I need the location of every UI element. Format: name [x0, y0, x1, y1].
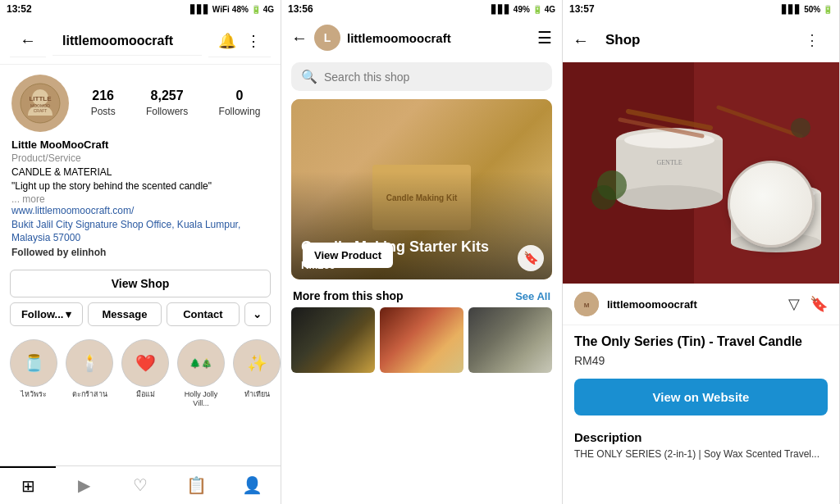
view-shop-button[interactable]: View Shop — [10, 270, 271, 297]
status-icons-1: ▋▋▋ WiFi 48% 🔋 4G — [190, 5, 274, 14]
more-options-button[interactable]: ⋮ — [795, 25, 829, 56]
status-icons-2: ▋▋▋ 49% 🔋 4G — [491, 5, 555, 14]
bio-quote: "Light up the story behind the scented c… — [11, 179, 269, 193]
svg-point-12 — [731, 184, 821, 203]
story-item-3[interactable]: 🌲🎄 Holly Jolly Vill... — [177, 339, 225, 408]
thumbnail-3[interactable] — [468, 307, 552, 373]
back-button-2[interactable]: ← — [291, 29, 308, 48]
product-description-section: Description THE ONLY SERIES (2-in-1) | S… — [563, 424, 839, 468]
story-item-1[interactable]: 🕯️ ตะกร้าสาน — [66, 339, 113, 408]
signal-icon: ▋▋▋ — [190, 5, 210, 14]
product-hero-image: GENTLE — [563, 62, 839, 284]
battery-icon-2: 49% 🔋 — [514, 5, 542, 14]
signal-icon-2: ▋▋▋ — [491, 5, 511, 14]
followed-by: Followed by elinhoh — [11, 247, 269, 258]
svg-text:M: M — [584, 302, 590, 309]
shop-search-bar[interactable]: 🔍 — [291, 62, 552, 91]
hamburger-menu-icon[interactable]: ☰ — [537, 28, 552, 48]
profile-section: LITTLE MOOMOO CRAFT 216 Posts 8,257 Foll… — [0, 65, 281, 138]
svg-point-9 — [616, 185, 723, 210]
panel-product-detail: 13:57 ▋▋▋ 50% 🔋 ← Shop ⋮ GENTLE — [563, 0, 840, 504]
message-button[interactable]: Message — [88, 302, 161, 326]
shop-avatar: L — [314, 25, 340, 51]
thumbnail-2[interactable] — [380, 307, 463, 373]
status-icons-3: ▋▋▋ 50% 🔋 — [782, 5, 833, 14]
profile-header: ← littlemoomoocraft 🔔 ⋮ — [0, 18, 281, 65]
following-count: 0 — [219, 89, 261, 103]
page-title: Shop — [596, 25, 788, 55]
product-title-section: The Only Series (Tin) - Travel Candle RM… — [563, 325, 839, 372]
stat-followers: 8,257 Followers — [146, 89, 188, 118]
story-item-4[interactable]: ✨ ทำเทียน — [233, 339, 281, 408]
avatar: LITTLE MOOMOO CRAFT — [11, 75, 69, 132]
contact-button[interactable]: Contact — [167, 302, 240, 326]
bookmark-button[interactable]: 🔖 — [518, 245, 544, 271]
see-all-link[interactable]: See All — [515, 290, 550, 302]
wifi-icon: WiFi — [212, 5, 230, 14]
status-bar-2: 13:56 ▋▋▋ 49% 🔋 4G — [281, 0, 562, 18]
thumbnail-1[interactable] — [291, 307, 375, 373]
shop-header: ← L littlemoomoocraft ☰ — [281, 18, 562, 57]
product-action-icons: ▽ 🔖 — [788, 295, 828, 313]
battery-icon: 48% 🔋 — [232, 5, 261, 14]
panel-instagram-profile: 13:52 ▋▋▋ WiFi 48% 🔋 4G ← littlemoomoocr… — [0, 0, 281, 504]
bio-more[interactable]: ... more — [11, 193, 269, 205]
shop-avatar-small: M — [574, 292, 599, 316]
bio-line1: CANDLE & MATERIAL — [11, 166, 269, 179]
notification-icon[interactable]: 🔔 — [218, 32, 236, 50]
description-heading: Description — [574, 430, 828, 444]
svg-text:LITTLE: LITTLE — [29, 95, 52, 102]
followers-count: 8,257 — [146, 89, 188, 103]
tab-profile[interactable]: 👤 — [225, 466, 281, 504]
story-label-0: ไหว้พระ — [10, 390, 57, 399]
followers-label: Followers — [146, 106, 188, 117]
search-input[interactable] — [324, 70, 542, 84]
header-action-icons: 🔔 ⋮ — [208, 25, 271, 57]
description-text: THE ONLY SERIES (2-in-1) | Soy Wax Scent… — [574, 447, 828, 461]
shop-name-label: littlemoomoocraft — [607, 298, 780, 311]
follow-button[interactable]: Follow... ▾ — [10, 302, 83, 326]
product-detail-price: RM49 — [574, 354, 828, 367]
avatar-image: LITTLE MOOMOO CRAFT — [20, 83, 61, 124]
svg-point-14 — [731, 233, 821, 252]
tab-grid[interactable]: ⊞ — [0, 466, 56, 504]
svg-rect-13 — [731, 193, 821, 243]
story-label-3: Holly Jolly Vill... — [177, 390, 225, 408]
status-time-1: 13:52 — [7, 3, 32, 15]
tab-igtv[interactable]: 📋 — [168, 466, 224, 504]
stories-row: 🫙 ไหว้พระ 🕯️ ตะกร้าสาน ❤️ มือแม่ 🌲🎄 Holl… — [0, 334, 281, 416]
shop-avatar-svg: M — [574, 292, 599, 316]
view-product-button[interactable]: View Product — [303, 243, 393, 268]
profile-username: littlemoomoocraft — [52, 27, 202, 56]
network-icon-2: 4G — [545, 5, 555, 14]
action-buttons: Follow... ▾ Message Contact ⌄ — [10, 302, 271, 326]
save-icon[interactable]: 🔖 — [810, 295, 828, 313]
svg-point-21 — [791, 118, 810, 138]
story-item-2[interactable]: ❤️ มือแม่ — [121, 339, 169, 408]
story-circle-0: 🫙 — [10, 339, 57, 387]
bio-link[interactable]: www.littlemoomoocraft.com/ — [11, 205, 269, 216]
product-header: ← Shop ⋮ — [563, 18, 839, 62]
view-on-website-button[interactable]: View on Website — [574, 379, 828, 415]
status-bar-1: 13:52 ▋▋▋ WiFi 48% 🔋 4G — [0, 0, 281, 18]
story-label-4: ทำเทียน — [233, 390, 281, 399]
back-button[interactable]: ← — [10, 25, 46, 57]
filter-icon[interactable]: ▽ — [788, 295, 800, 313]
more-actions-button[interactable]: ⌄ — [244, 302, 271, 326]
tab-tagged[interactable]: ♡ — [112, 466, 168, 504]
product-box-illustration: Candle Making Kit — [372, 165, 471, 230]
tab-reels[interactable]: ▶ — [56, 466, 112, 504]
profile-bio: Little MooMooCraft Product/Service CANDL… — [0, 138, 281, 263]
story-circle-4: ✨ — [233, 339, 281, 387]
story-circle-2: ❤️ — [121, 339, 169, 387]
more-options-icon[interactable]: ⋮ — [246, 32, 261, 50]
status-time-2: 13:56 — [288, 3, 313, 15]
panel-shop-search: 13:56 ▋▋▋ 49% 🔋 4G ← L littlemoomoocraft… — [281, 0, 563, 504]
tab-bar: ⊞ ▶ ♡ 📋 👤 — [0, 465, 281, 504]
svg-text:GENTLE: GENTLE — [656, 159, 682, 166]
featured-product-card[interactable]: Candle Making Kit Candle Making Starter … — [291, 99, 552, 279]
back-button-3[interactable]: ← — [573, 31, 589, 50]
story-circle-3: 🌲🎄 — [177, 339, 225, 387]
signal-icon-3: ▋▋▋ — [782, 5, 801, 14]
story-item-0[interactable]: 🫙 ไหว้พระ — [10, 339, 57, 408]
